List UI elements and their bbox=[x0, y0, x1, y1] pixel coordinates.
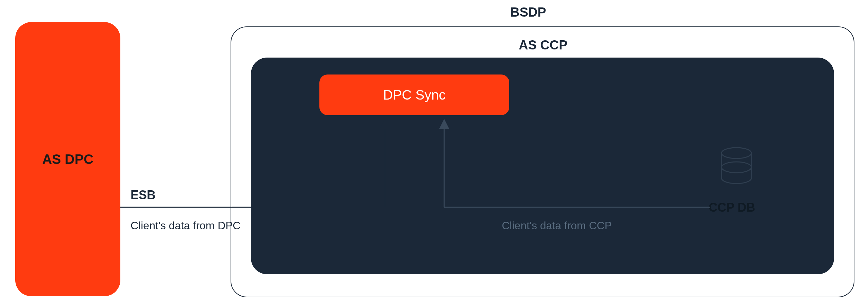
ccp-db-node bbox=[716, 146, 757, 203]
client-data-dpc-caption: Client's data from DPC bbox=[131, 219, 240, 232]
client-data-ccp-caption: Client's data from CCP bbox=[502, 219, 612, 232]
dpc-sync-node: DPC Sync bbox=[319, 74, 509, 115]
diagram-canvas: BSDP AS CCP DPC Sync CCP DB ESB bbox=[0, 0, 868, 298]
dpc-sync-label: DPC Sync bbox=[383, 87, 446, 103]
as-ccp-label: AS CCP bbox=[519, 38, 568, 52]
svg-point-0 bbox=[722, 148, 751, 158]
esb-label: ESB bbox=[131, 188, 156, 202]
svg-point-1 bbox=[722, 162, 751, 173]
ccp-db-label: CCP DB bbox=[709, 200, 755, 215]
bsdp-label: BSDP bbox=[510, 5, 546, 20]
as-dpc-node: AS DPC bbox=[15, 22, 120, 296]
as-dpc-label: AS DPC bbox=[42, 152, 93, 167]
database-icon bbox=[716, 146, 757, 186]
